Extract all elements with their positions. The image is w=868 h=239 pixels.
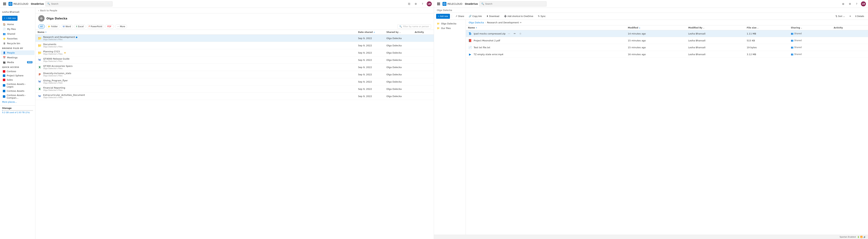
avatar[interactable]: LB <box>427 1 432 6</box>
right-avatar[interactable]: LB <box>861 1 866 6</box>
right-col-name[interactable]: Name ↑ <box>466 26 626 30</box>
file-icon: W <box>37 79 42 84</box>
file-name: QT300 Accessories Specs <box>43 65 72 67</box>
new-badge: NEW <box>27 61 32 63</box>
right-col-sharing[interactable]: Sharing ⌄ <box>789 26 832 30</box>
sidebar-item-media[interactable]: 🎬 Media NEW <box>1 60 34 65</box>
olga-sidebar-item-ourfiles[interactable]: 📁 Our files <box>435 26 465 30</box>
col-name[interactable]: Name ↑ <box>35 30 356 35</box>
right-help-icon[interactable]: ? <box>854 1 859 6</box>
file-activity <box>412 71 434 78</box>
sidebar-item-people[interactable]: 👤 People <box>1 50 34 55</box>
col-date[interactable]: Date shared ↓ <box>356 30 384 35</box>
filter-word[interactable]: W Word <box>61 24 73 29</box>
file-location: Olga Dalecka's Files <box>43 89 65 92</box>
filter-pdf[interactable]: PDF <box>105 24 114 29</box>
more-places-link[interactable]: More places... <box>0 100 35 104</box>
back-to-people-button[interactable]: ‹ Back to People <box>38 9 431 12</box>
right-col-modified[interactable]: Modified ↓ <box>626 26 686 30</box>
right-apps-icon[interactable]: ⊞ <box>841 1 846 6</box>
sidebar-item-myfiles[interactable]: 📄 My files <box>1 27 34 31</box>
olga-sidebar-item-olga[interactable]: 📁 Olga Dalecka <box>435 22 465 26</box>
right-search-bar[interactable]: 🔍 <box>479 1 547 6</box>
sync-button[interactable]: ↻ Sync <box>536 14 548 19</box>
filter-excel[interactable]: X Excel <box>74 24 86 29</box>
star-icon: ⭐ <box>3 37 6 40</box>
right-search-input[interactable] <box>485 2 545 5</box>
copy-link-button[interactable]: 🔗 Copy link <box>467 14 484 19</box>
table-row[interactable]: P Diversity-Inclusion_stats Olga Dalecka… <box>35 71 434 78</box>
share-icon[interactable]: ⛓ <box>407 1 411 6</box>
right-waffle-icon[interactable] <box>436 1 441 6</box>
table-row[interactable]: 📁 Documents Olga Dalecka's Files Sep 9, … <box>35 42 434 49</box>
sidebar-item-meetings[interactable]: 📅 Meetings <box>1 55 34 60</box>
filter-folder[interactable]: 📁 Folder <box>46 24 60 29</box>
breadcrumb-person[interactable]: Olga Dalecka <box>469 21 484 24</box>
right-col-modified-by[interactable]: Modified By ⌄ <box>686 26 744 30</box>
add-new-button[interactable]: + + Add new <box>2 16 18 21</box>
sort-button[interactable]: ⇅ Sort ⌄ <box>834 14 847 19</box>
list-item[interactable]: 📕 Project Moonshot 2.pdf 15 minutes ago … <box>466 37 868 44</box>
ellipsis-icon[interactable]: ⋯ <box>507 31 511 36</box>
table-row[interactable]: 📁 Planning CY23 Olga Dalecka's Files ★ S… <box>35 49 434 57</box>
search-icon: 🔍 <box>47 2 50 5</box>
sharing-icon: 👥 <box>791 32 794 35</box>
view-icon: ≡ <box>849 15 851 18</box>
filter-more[interactable]: ⋯ More <box>115 24 127 29</box>
favorite-icon[interactable]: ☆ <box>518 31 523 36</box>
left-search-input[interactable] <box>51 2 111 5</box>
add-shortcut-button[interactable]: ➕ Add shortcut to OneDrive <box>502 14 535 19</box>
quick-access-contoso-assets[interactable]: Contoso Assets <box>1 89 34 93</box>
quick-access-sales[interactable]: Sales <box>1 78 34 82</box>
details-button[interactable]: ℹ Details <box>854 14 866 19</box>
view-options-button[interactable]: ≡ <box>848 14 853 19</box>
right-add-new-button[interactable]: + Add new <box>436 14 450 19</box>
quick-access-contoso-compan[interactable]: Contoso Assets - Compan... <box>1 93 34 100</box>
sidebar-item-home[interactable]: 🏠 Home <box>1 22 34 27</box>
sidebar-item-shared[interactable]: 👥 Shared <box>1 31 34 36</box>
edit-icon[interactable]: ✏ <box>513 31 517 36</box>
star-icon[interactable]: ★ <box>64 52 66 54</box>
olga-sidebar: 📁 Olga Dalecka 📁 Our files <box>434 20 466 235</box>
status-right: Spartan Enabled 🔋 📶 🔊 <box>840 236 866 238</box>
table-row[interactable]: W QT4000 Release Guide Olga Dalecka's Fi… <box>35 57 434 64</box>
right-file-modified-by: Lesha Bhansali <box>686 30 744 37</box>
left-search-bar[interactable]: 🔍 <box>45 1 113 6</box>
table-row[interactable]: W Extracurricular_Activities_Document Ol… <box>35 93 434 100</box>
table-row[interactable]: 📁 Research and Development● Olga Dalecka… <box>35 35 434 42</box>
col-shared-by[interactable]: Shared by ⌄ <box>384 30 412 35</box>
right-status-bar: Spartan Enabled 🔋 📶 🔊 <box>434 235 868 239</box>
table-row[interactable]: X Financial Reporting Olga Dalecka's Fil… <box>35 86 434 93</box>
excel-filter-icon: X <box>76 25 78 28</box>
storage-used-text[interactable]: 0.2 GB used of 2.93 TB (1%) <box>2 111 33 114</box>
list-item[interactable]: 📄 Test txt file.txt 15 minutes ago Lesha… <box>466 44 868 51</box>
right-settings-icon[interactable]: ⚙ <box>847 1 852 6</box>
quick-access-project-sphere[interactable]: Project Sphere <box>1 73 34 78</box>
list-item[interactable]: 🗜 ipad mocks compressed.zip ⋯ ✏ ☆ 14 min… <box>466 30 868 37</box>
right-col-size[interactable]: File size ⌄ <box>745 26 789 30</box>
download-button[interactable]: ⬇ Download <box>485 14 501 19</box>
share-button[interactable]: ↗ Share <box>454 14 466 19</box>
filter-powerpoint[interactable]: P PowerPoint <box>87 24 104 29</box>
ppt-icon: P <box>39 73 41 76</box>
filter-all[interactable]: All <box>38 24 45 29</box>
quick-access-contoso-logos[interactable]: Contoso Assets - Logos <box>1 82 34 89</box>
file-shared-by: Olga Dalecka <box>384 93 412 100</box>
list-item[interactable]: ▶ TZ empty state error.mp4 16 minutes ag… <box>466 51 868 58</box>
svg-rect-17 <box>437 5 438 5</box>
svg-point-21 <box>444 4 445 4</box>
table-row[interactable]: W Giving_Program_flyer Olga Dalecka's Fi… <box>35 78 434 86</box>
sidebar-item-favorites[interactable]: ⭐ Favorites <box>1 36 34 41</box>
file-icon: 📁 <box>37 36 42 40</box>
filter-input[interactable]: 🔍 Filter by name or person <box>397 24 431 29</box>
settings-icon[interactable]: ⚙ <box>413 1 418 6</box>
sidebar-item-recycle[interactable]: 🗑 Recycle bin <box>1 41 34 45</box>
quick-access-contoso[interactable]: Contoso <box>1 69 34 73</box>
breadcrumb-edit-icon[interactable]: ✏ <box>520 22 522 24</box>
file-icon: W <box>37 58 42 62</box>
help-icon[interactable]: ? <box>420 1 425 6</box>
table-row[interactable]: X QT300 Accessories Specs Olga Dalecka's… <box>35 64 434 71</box>
status-text: Spartan Enabled <box>840 236 856 238</box>
waffle-icon[interactable] <box>2 1 7 6</box>
more-filter-icon: ⋯ <box>117 25 119 28</box>
